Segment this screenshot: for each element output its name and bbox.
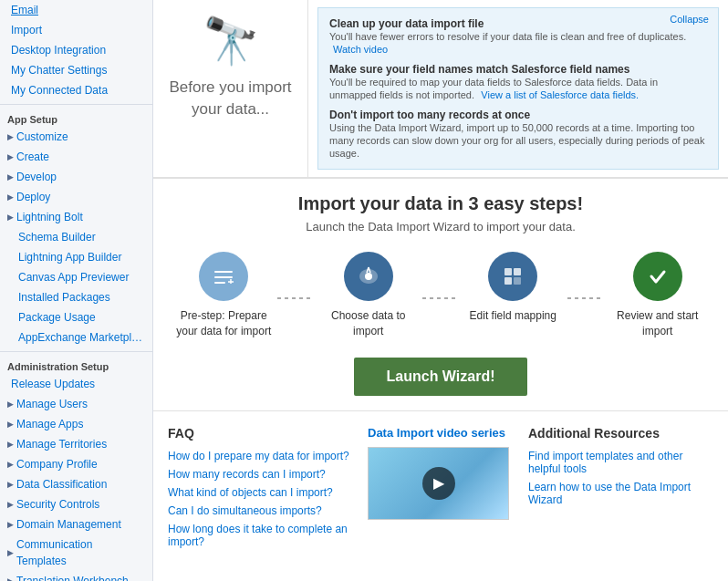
step4-circle — [633, 252, 682, 301]
resource-link-1[interactable]: Find import templates and other helpful … — [528, 450, 713, 475]
expand-arrow: ▶ — [7, 516, 14, 533]
sidebar-item-label: Develop — [16, 169, 57, 185]
sidebar-item-label: Deploy — [16, 189, 50, 205]
sidebar-item-package-usage[interactable]: Package Usage — [0, 307, 152, 327]
step2-label: Choose data to import — [317, 308, 421, 339]
step-1: Pre-step: Prepare your data for import — [172, 252, 276, 339]
sidebar-item-lightning-app-builder[interactable]: Lightning App Builder — [0, 247, 152, 267]
sidebar-item-desktop-integration[interactable]: Desktop Integration — [0, 40, 152, 60]
expand-arrow: ▶ — [7, 169, 14, 185]
sidebar-item-security-controls[interactable]: ▶ Security Controls — [0, 494, 152, 514]
sidebar-item-data-classification[interactable]: ▶ Data Classification — [0, 474, 152, 494]
expand-arrow: ▶ — [7, 545, 14, 561]
sidebar-item-schema-builder[interactable]: Schema Builder — [0, 227, 152, 247]
sidebar-item-label: Manage Users — [16, 396, 88, 412]
sidebar-item-label: Translation Workbench — [16, 573, 129, 581]
faq-q4[interactable]: Can I do simultaneous imports? — [168, 504, 353, 517]
sidebar-item-canvas-app-previewer[interactable]: Canvas App Previewer — [0, 267, 152, 287]
expand-arrow: ▶ — [7, 456, 14, 472]
video-title[interactable]: Data Import video series — [368, 426, 514, 440]
sidebar-item-domain-management[interactable]: ▶ Domain Management — [0, 514, 152, 534]
svg-rect-2 — [214, 282, 225, 284]
sidebar-item-deploy[interactable]: ▶ Deploy — [0, 187, 152, 207]
sidebar-item-release-updates[interactable]: Release Updates — [0, 374, 152, 394]
faq-q1[interactable]: How do I prepare my data for import? — [168, 450, 353, 462]
info-tips-panel: Collapse Clean up your data import file … — [317, 7, 719, 170]
step3-circle — [488, 252, 537, 301]
sidebar-item-label: Domain Management — [16, 516, 121, 533]
tip3-title: Don't import too many records at once — [329, 109, 530, 121]
svg-rect-9 — [504, 277, 512, 285]
expand-arrow: ▶ — [7, 129, 14, 145]
sidebar-item-label: Lightning Bolt — [16, 209, 83, 225]
expand-arrow: ▶ — [7, 209, 14, 225]
svg-rect-1 — [214, 271, 233, 273]
faq-q2[interactable]: How many records can I import? — [168, 468, 353, 481]
sidebar-item-installed-packages[interactable]: Installed Packages — [0, 287, 152, 307]
sidebar-item-label: Data Classification — [16, 476, 107, 493]
sidebar-item-label: Security Controls — [16, 496, 99, 513]
resources-column: Additional Resources Find import templat… — [528, 426, 713, 554]
step4-label: Review and start import — [606, 308, 710, 339]
step-4: Review and start import — [606, 252, 710, 339]
sidebar-item-import[interactable]: Import — [0, 20, 152, 40]
resource-link-2[interactable]: Learn how to use the Data Import Wizard — [528, 481, 713, 506]
faq-q3[interactable]: What kind of objects can I import? — [168, 486, 353, 499]
app-setup-header: App Setup — [0, 109, 152, 127]
sidebar-item-label: Manage Territories — [16, 436, 107, 452]
sidebar-item-manage-users[interactable]: ▶ Manage Users — [0, 394, 152, 414]
sidebar-item-lightning-bolt[interactable]: ▶ Lightning Bolt — [0, 207, 152, 227]
launch-wizard-button[interactable]: Launch Wizard! — [354, 358, 528, 396]
steps-section: Import your data in 3 easy steps! Launch… — [153, 178, 728, 410]
connector-2 — [421, 275, 461, 321]
sidebar-item-communication-templates[interactable]: ▶ Communication Templates — [0, 534, 152, 571]
sidebar-item-label: Customize — [16, 129, 68, 145]
video-column: Data Import video series ▶ — [368, 426, 514, 554]
admin-setup-header: Administration Setup — [0, 356, 152, 374]
tip1: Clean up your data import file You'll ha… — [329, 17, 707, 56]
resources-title: Additional Resources — [528, 426, 713, 441]
sidebar-item-create[interactable]: ▶ Create — [0, 147, 152, 167]
tip1-body: You'll have fewer errors to resolve if y… — [329, 31, 686, 42]
expand-arrow: ▶ — [7, 496, 14, 513]
expand-arrow: ▶ — [7, 436, 14, 452]
step1-circle — [199, 252, 248, 301]
collapse-link[interactable]: Collapse — [670, 14, 709, 25]
tip2: Make sure your field names match Salesfo… — [329, 63, 707, 101]
expand-arrow: ▶ — [7, 416, 14, 432]
expand-arrow: ▶ — [7, 149, 14, 165]
sidebar: Email Import Desktop Integration My Chat… — [0, 0, 153, 581]
steps-subtitle: Launch the Data Import Wizard to import … — [172, 220, 710, 233]
sidebar-item-translation-workbench[interactable]: ▶ Translation Workbench — [0, 571, 152, 581]
sidebar-item-email[interactable]: Email — [0, 0, 152, 20]
expand-arrow: ▶ — [7, 573, 14, 581]
binoculars-icon: 🔭 — [203, 15, 259, 67]
tip1-link[interactable]: Watch video — [333, 44, 388, 55]
sidebar-item-customize[interactable]: ▶ Customize — [0, 127, 152, 147]
sidebar-item-appexchange-marketplace[interactable]: AppExchange Marketplace — [0, 327, 152, 348]
expand-arrow: ▶ — [7, 396, 14, 412]
sidebar-item-label: Create — [16, 149, 49, 165]
sidebar-item-develop[interactable]: ▶ Develop — [0, 167, 152, 187]
sidebar-item-connected-data[interactable]: My Connected Data — [0, 80, 152, 100]
tip2-link[interactable]: View a list of Salesforce data fields. — [481, 89, 639, 100]
sidebar-item-manage-apps[interactable]: ▶ Manage Apps — [0, 414, 152, 434]
video-thumbnail[interactable]: ▶ — [368, 447, 509, 520]
sidebar-item-chatter-settings[interactable]: My Chatter Settings — [0, 60, 152, 80]
tip2-title: Make sure your field names match Salesfo… — [329, 63, 629, 76]
faq-column: FAQ How do I prepare my data for import?… — [168, 426, 353, 554]
play-button[interactable]: ▶ — [422, 467, 455, 500]
steps-title: Import your data in 3 easy steps! — [172, 193, 710, 214]
sidebar-item-manage-territories[interactable]: ▶ Manage Territories — [0, 434, 152, 454]
sidebar-item-label: Communication Templates — [16, 536, 145, 569]
connector-1 — [276, 275, 316, 321]
step-2: Choose data to import — [317, 252, 421, 339]
import-left-panel: 🔭 Before you import your data... — [153, 0, 308, 177]
svg-rect-0 — [214, 276, 233, 278]
connector-3 — [566, 275, 606, 321]
svg-rect-8 — [514, 268, 521, 275]
sidebar-item-company-profile[interactable]: ▶ Company Profile — [0, 454, 152, 474]
expand-arrow: ▶ — [7, 189, 14, 205]
tip1-title: Clean up your data import file — [329, 17, 484, 30]
faq-q5[interactable]: How long does it take to complete an imp… — [168, 523, 353, 548]
